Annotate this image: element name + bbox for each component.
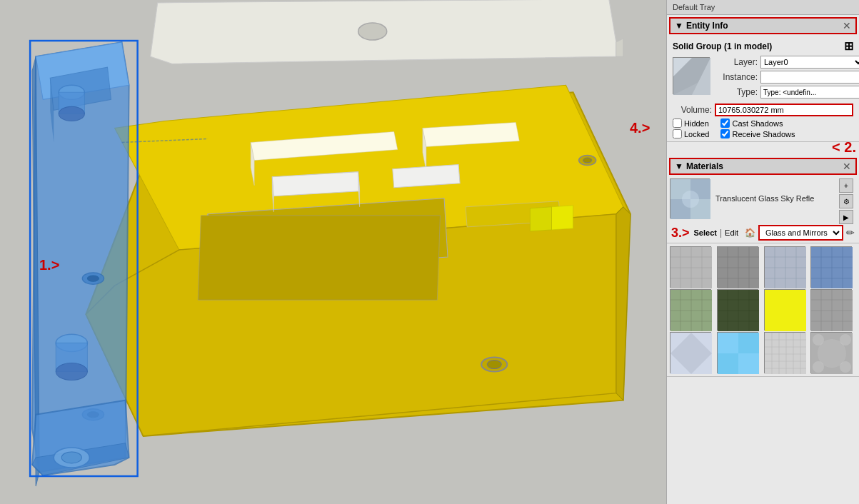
svg-point-16 [583, 158, 592, 163]
entity-info-title: Entity Info [686, 21, 728, 31]
instance-row: Instance: [718, 71, 859, 84]
right-checkboxes: Cast Shadows Receive Shadows [720, 119, 795, 138]
entity-info-section: ▼ Entity Info ✕ Solid Group (1 in model)… [667, 15, 859, 142]
tray-header: Default Tray [667, 0, 859, 15]
swatch-6[interactable] [764, 289, 805, 331]
svg-point-31 [59, 106, 84, 121]
receive-shadows-item: Receive Shadows [720, 129, 795, 138]
svg-point-34 [56, 363, 87, 380]
cast-shadows-item: Cast Shadows [720, 119, 795, 128]
locked-label: Locked [684, 130, 709, 138]
label-1: 1.> [39, 257, 59, 273]
entity-fields: Layer: Layer0 Instance: Type: [718, 56, 859, 101]
svg-point-129 [840, 361, 851, 373]
label-2: < 2. [667, 139, 859, 156]
select-tab[interactable]: Select [694, 228, 717, 237]
svg-point-42 [61, 452, 81, 463]
materials-tools: + ⚙ ▶ [839, 178, 853, 224]
volume-label: Volume: [673, 105, 712, 115]
svg-point-127 [840, 334, 851, 346]
cast-shadows-label: Cast Shadows [732, 119, 783, 128]
svg-marker-23 [393, 165, 460, 188]
materials-section: < 2. ▼ Materials ✕ Translucent Glass Sky… [667, 142, 859, 377]
svg-point-38 [87, 276, 99, 281]
materials-close[interactable]: ✕ [843, 161, 851, 171]
instance-input[interactable] [760, 71, 859, 84]
volume-value: 10765.030272 mm [715, 104, 853, 116]
swatch-11[interactable] [810, 332, 852, 373]
materials-arrow: ▼ [675, 161, 683, 171]
home-icon[interactable]: 🏠 [744, 226, 755, 239]
add-material-btn[interactable]: + [839, 178, 853, 193]
3d-scene [0, 0, 666, 504]
svg-point-128 [813, 361, 824, 373]
checkboxes-row: Hidden Locked Cast Shadows Receive Shado… [673, 119, 853, 138]
layer-label: Layer: [718, 57, 758, 67]
entity-info-content: Solid Group (1 in model) ⊞ Layer: [667, 36, 859, 141]
swatches-grid [667, 243, 859, 376]
pencil-icon[interactable]: ✏ [846, 227, 855, 238]
swatch-5[interactable] [717, 289, 758, 331]
svg-rect-113 [765, 333, 806, 374]
layer-row: Layer: Layer0 [718, 56, 859, 69]
entity-info-close[interactable]: ✕ [843, 21, 851, 31]
label-4: 4.> [630, 120, 650, 136]
label-3: 3.> [671, 226, 690, 241]
material-name: Translucent Glass Sky Refle [715, 194, 856, 203]
select-edit-bar: 3.> Select | Edit 🏠 Glass and Mirrors ✏ [667, 223, 859, 243]
swatch-2[interactable] [764, 246, 805, 288]
materials-titlebar: ▼ Materials ✕ [669, 158, 857, 175]
locked-checkbox[interactable] [673, 129, 682, 138]
locked-checkbox-item: Locked [673, 129, 709, 138]
svg-point-19 [358, 23, 387, 40]
swatch-1[interactable] [717, 246, 758, 288]
type-input[interactable] [760, 86, 859, 99]
entity-subtitle: Solid Group (1 in model) ⊞ [673, 39, 853, 53]
swatch-0[interactable] [670, 246, 711, 288]
swatch-9[interactable] [717, 332, 758, 373]
svg-rect-112 [738, 353, 759, 374]
volume-row: Volume: 10765.030272 mm [673, 104, 853, 116]
materials-preview: Translucent Glass Sky Refle + ⚙ ▶ [670, 177, 856, 220]
swatch-7[interactable] [810, 289, 852, 331]
category-select[interactable]: Glass and Mirrors [758, 225, 843, 241]
type-label: Type: [718, 87, 758, 97]
hidden-label: Hidden [684, 119, 709, 128]
svg-rect-97 [765, 290, 806, 331]
layer-select[interactable]: Layer0 [760, 56, 859, 69]
material-thumbnail [673, 57, 710, 94]
edit-tab[interactable]: Edit [725, 228, 738, 237]
entity-info-arrow: ▼ [675, 21, 683, 31]
3d-viewport[interactable]: 1.> 4.> [0, 0, 666, 504]
expand-btn[interactable]: ⊞ [844, 39, 853, 53]
swatch-4[interactable] [670, 289, 711, 331]
material-arrow-btn[interactable]: ▶ [839, 210, 853, 224]
svg-point-54 [682, 191, 699, 208]
material-large-thumb [670, 178, 710, 218]
tray-title: Default Tray [673, 3, 715, 11]
svg-point-126 [813, 334, 824, 346]
entity-info-titlebar: ▼ Entity Info ✕ [669, 17, 857, 34]
material-options-btn[interactable]: ⚙ [839, 194, 853, 208]
swatch-3[interactable] [810, 246, 852, 288]
receive-shadows-label: Receive Shadows [732, 130, 795, 138]
svg-point-14 [487, 360, 501, 368]
svg-marker-45 [530, 207, 551, 231]
materials-title-group: ▼ Materials [675, 161, 723, 171]
left-checkboxes: Hidden Locked [673, 119, 709, 138]
entity-info-title-group: ▼ Entity Info [675, 21, 728, 31]
tab-separator: | [720, 228, 722, 238]
svg-rect-11 [198, 216, 440, 300]
materials-title: Materials [686, 161, 723, 171]
instance-label: Instance: [718, 72, 758, 82]
swatch-10[interactable] [764, 332, 805, 373]
type-row: Type: [718, 86, 859, 99]
hidden-checkbox-item: Hidden [673, 119, 709, 128]
svg-rect-111 [718, 333, 738, 353]
cast-shadows-checkbox[interactable] [720, 119, 730, 128]
receive-shadows-checkbox[interactable] [720, 129, 730, 138]
right-panel: Default Tray ▼ Entity Info ✕ Solid Group… [666, 0, 859, 504]
svg-marker-44 [551, 206, 573, 230]
hidden-checkbox[interactable] [673, 119, 682, 128]
swatch-8[interactable] [670, 332, 711, 373]
